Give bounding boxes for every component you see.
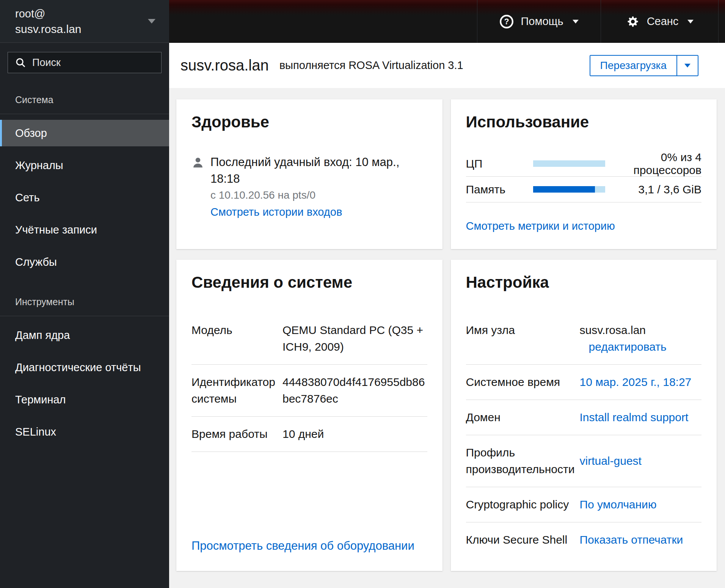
machine-id-label: Идентификатор системы: [191, 374, 282, 407]
sidebar-item-label: Учётные записи: [15, 224, 97, 236]
host-switcher[interactable]: root@ susv.rosa.lan: [0, 0, 169, 43]
system-time-label: Системное время: [466, 374, 580, 390]
sidebar-item-selinux[interactable]: SELinux: [0, 419, 169, 445]
login-history-link[interactable]: Смотреть истории входов: [210, 206, 342, 218]
sidebar-item-label: Обзор: [15, 127, 47, 140]
cpu-usage-row: ЦП 0% из 4 процессоров: [466, 151, 702, 177]
usage-card-title: Использование: [466, 113, 702, 131]
domain-label: Домен: [466, 409, 580, 426]
last-login-text: Последний удачный вход: 10 мар., 18:18: [210, 154, 427, 187]
sidebar-item-label: Службы: [15, 256, 57, 268]
login-source-text: с 10.10.20.56 на pts/0: [210, 187, 427, 203]
performance-profile-link[interactable]: virtual-guest: [580, 455, 642, 467]
configuration-card: Настройка Имя узла susv.rosa.lan редакти…: [451, 260, 717, 571]
overview-content: Здоровье Последний удачный вход: 10 мар.…: [169, 88, 725, 588]
sidebar-item-label: Сеть: [15, 191, 40, 204]
crypto-policy-link[interactable]: По умолчанию: [580, 498, 657, 511]
sidebar: root@ susv.rosa.lan Система Обзор Журнал…: [0, 0, 169, 588]
crypto-policy-label: Cryptographic policy: [466, 496, 580, 513]
cpu-label: ЦП: [466, 157, 533, 170]
performance-profile-row: Профиль производительности virtual-guest: [466, 435, 702, 487]
divider: [0, 316, 169, 316]
nav-section-title: Система: [0, 94, 169, 105]
sidebar-item-overview[interactable]: Обзор: [0, 120, 169, 146]
svg-text:?: ?: [504, 17, 509, 26]
user-icon: [191, 154, 207, 221]
hostname-value: susv.rosa.lan редактировать: [580, 322, 702, 355]
uptime-value: 10 дней: [282, 426, 427, 442]
ssh-keys-label: Ключи Secure Shell: [466, 532, 580, 548]
masthead: ? Помощь Сеанс: [169, 0, 725, 43]
divider: [0, 114, 169, 114]
chevron-down-icon: [573, 20, 579, 24]
hostname-row: Имя узла susv.rosa.lan редактировать: [466, 313, 702, 365]
ssh-keys-row: Ключи Secure Shell Показать отпечатки: [466, 522, 702, 557]
session-menu[interactable]: Сеанс: [601, 0, 719, 43]
memory-progress-bar: [533, 186, 605, 193]
gear-icon: [626, 14, 640, 29]
nav-section-title: Инструменты: [0, 296, 169, 307]
chevron-down-icon: [684, 64, 690, 67]
host-name: susv.rosa.lan: [15, 21, 154, 37]
help-label: Помощь: [521, 15, 563, 28]
sidebar-item-label: Журналы: [15, 159, 63, 172]
sidebar-search[interactable]: [8, 52, 162, 73]
memory-value: 3,1 / 3,6 GiB: [605, 183, 702, 196]
nav-section-tools: Инструменты Дамп ядра Диагностические от…: [0, 296, 169, 445]
domain-link[interactable]: Install realmd support: [580, 411, 689, 423]
memory-usage-row: Память 3,1 / 3,6 GiB: [466, 177, 702, 202]
domain-row: Домен Install realmd support: [466, 400, 702, 435]
hostname-text: susv.rosa.lan: [580, 324, 646, 336]
machine-id-value: 444838070d4f4176955db86bec7876ec: [282, 374, 427, 407]
nav-section-system: Система Обзор Журналы Сеть Учётные запис…: [0, 94, 169, 275]
search-icon: [15, 57, 26, 68]
uptime-row: Время работы 10 дней: [191, 417, 427, 452]
help-menu[interactable]: ? Помощь: [477, 0, 601, 43]
system-time-row: Системное время 10 мар. 2025 г., 18:27: [466, 365, 702, 400]
reboot-split-button: Перезагрузка: [590, 55, 698, 76]
sidebar-item-kdump[interactable]: Дамп ядра: [0, 322, 169, 348]
sidebar-item-label: Дамп ядра: [15, 329, 70, 342]
sidebar-item-label: Терминал: [15, 394, 66, 406]
edit-hostname-link[interactable]: редактировать: [589, 339, 702, 355]
search-input[interactable]: [32, 57, 154, 69]
sidebar-item-label: Диагностические отчёты: [15, 361, 141, 374]
uptime-label: Время работы: [191, 426, 282, 442]
reboot-button[interactable]: Перезагрузка: [590, 56, 676, 75]
sidebar-item-diagnostic-reports[interactable]: Диагностические отчёты: [0, 354, 169, 381]
model-value: QEMU Standard PC (Q35 + ICH9, 2009): [282, 322, 427, 355]
model-label: Модель: [191, 322, 282, 355]
host-user: root@: [15, 6, 154, 21]
cpu-progress-bar: [533, 160, 605, 167]
session-label: Сеанс: [647, 15, 679, 28]
question-circle-icon: ?: [499, 14, 514, 29]
sidebar-item-terminal[interactable]: Терминал: [0, 386, 169, 413]
page-header: susv.rosa.lan выполняется ROSA Virtualiz…: [169, 43, 725, 88]
chevron-down-icon: [687, 20, 694, 24]
configuration-card-title: Настройка: [466, 273, 702, 292]
sidebar-item-services[interactable]: Службы: [0, 249, 169, 275]
page-title: susv.rosa.lan: [180, 57, 269, 74]
performance-profile-label: Профиль производительности: [466, 444, 580, 478]
memory-progress-fill: [533, 186, 595, 193]
system-time-link[interactable]: 10 мар. 2025 г., 18:27: [580, 376, 692, 388]
reboot-dropdown-toggle[interactable]: [676, 56, 698, 75]
sidebar-item-network[interactable]: Сеть: [0, 184, 169, 211]
hardware-details-link[interactable]: Просмотреть сведения об оборудовании: [191, 539, 414, 553]
health-card-title: Здоровье: [191, 113, 427, 131]
model-row: Модель QEMU Standard PC (Q35 + ICH9, 200…: [191, 313, 427, 365]
ssh-fingerprints-link[interactable]: Показать отпечатки: [580, 533, 683, 546]
health-card: Здоровье Последний удачный вход: 10 мар.…: [176, 99, 443, 249]
machine-id-row: Идентификатор системы 444838070d4f417695…: [191, 365, 427, 417]
usage-card: Использование ЦП 0% из 4 процессоров Пам…: [451, 99, 717, 249]
cpu-value: 0% из 4 процессоров: [605, 151, 702, 177]
page-subtitle: выполняется ROSA Virtualization 3.1: [279, 59, 463, 72]
sidebar-item-logs[interactable]: Журналы: [0, 152, 169, 179]
crypto-policy-row: Cryptographic policy По умолчанию: [466, 487, 702, 522]
chevron-down-icon: [148, 18, 155, 25]
sidebar-item-accounts[interactable]: Учётные записи: [0, 216, 169, 243]
hostname-label: Имя узла: [466, 322, 580, 355]
metrics-history-link[interactable]: Смотреть метрики и историю: [466, 220, 615, 232]
memory-label: Память: [466, 183, 533, 196]
system-info-card-title: Сведения о системе: [191, 273, 427, 292]
